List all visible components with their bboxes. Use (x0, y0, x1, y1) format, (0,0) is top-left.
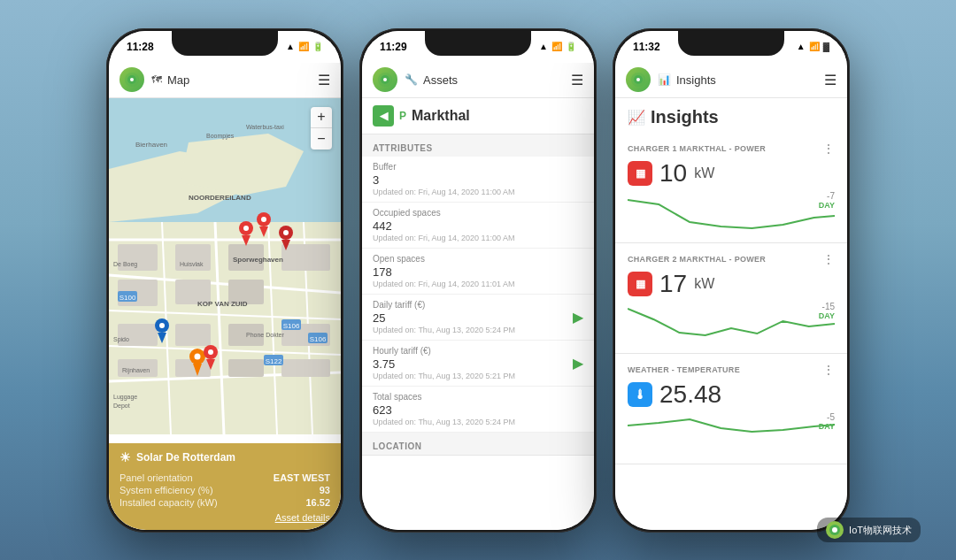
capacity-value: 16.52 (305, 497, 330, 508)
svg-text:Boompjes: Boompjes (206, 133, 235, 140)
svg-point-73 (383, 78, 387, 81)
insight-chart-2: -5 DAY (628, 412, 835, 455)
signal-icon-2: ▲ (539, 42, 548, 51)
back-label: P (399, 110, 406, 122)
capacity-label: Installed capacity (kW) (120, 497, 218, 508)
phone-assets: 11:29 ▲ 📶 🔋 🔧 Assets ☰ (359, 28, 597, 533)
svg-text:KOP VAN ZUID: KOP VAN ZUID (197, 300, 248, 308)
nav-title-1: Map (167, 73, 189, 87)
attr-name-0: Buffer (373, 162, 583, 172)
insight-card-menu-0[interactable]: ⋮ (822, 142, 835, 156)
excel-icon-0: ▦ (636, 167, 645, 180)
attr-value-3: 25 (373, 311, 583, 325)
svg-text:Huisvlak: Huisvlak (180, 261, 204, 267)
insights-title-text: Insights (651, 107, 719, 127)
charger2-icon: ▦ (628, 272, 652, 296)
svg-text:Bierhaven: Bierhaven (135, 141, 167, 149)
attr-updated-2: Updated on: Fri, Aug 14, 2020 11:01 AM (373, 280, 583, 288)
signal-icon: ▲ (286, 42, 295, 51)
chart-period-1: DAY (819, 311, 835, 320)
attr-updated-0: Updated on: Fri, Aug 14, 2020 11:00 AM (373, 188, 583, 196)
assets-header: ◀ P Markthal (362, 98, 594, 134)
insight-unit-1: kW (694, 276, 714, 292)
svg-rect-30 (228, 359, 264, 377)
back-button[interactable]: ◀ (373, 105, 394, 127)
status-icons-3: ▲ 📶 ▓ (797, 42, 829, 51)
app-logo-1 (120, 67, 144, 92)
menu-icon-1[interactable]: ☰ (318, 72, 330, 88)
orientation-value: EAST WEST (274, 472, 330, 483)
svg-text:Sporweghaven: Sporweghaven (233, 256, 283, 264)
place-title: Markthal (412, 108, 470, 124)
zoom-out-button[interactable]: − (311, 128, 332, 150)
attr-item-2: Open spaces 178 Updated on: Fri, Aug 14,… (362, 249, 594, 295)
notch-3 (678, 31, 784, 56)
insight-card-header-0: CHARGER 1 MARKTHAL - POWER ⋮ (628, 142, 835, 156)
attr-name-5: Total spaces (373, 392, 583, 402)
attr-arrow-3[interactable]: ▶ (573, 309, 583, 326)
insight-value-2: 25.48 (659, 380, 721, 409)
assets-screen: ◀ P Markthal ATTRIBUTES Buffer 3 Updated… (362, 98, 594, 530)
charger1-icon: ▦ (628, 161, 652, 186)
svg-rect-24 (118, 324, 158, 346)
assets-nav-icon: 🔧 (405, 73, 418, 86)
insights-page-title: 📈 Insights (615, 98, 847, 133)
info-table: Panel orientation EAST WEST System effic… (120, 472, 330, 509)
insight-card-0: CHARGER 1 MARKTHAL - POWER ⋮ ▦ 10 kW (615, 133, 847, 243)
attr-value-2: 178 (373, 265, 583, 279)
attr-updated-4: Updated on: Thu, Aug 13, 2020 5:21 PM (373, 372, 583, 380)
insight-unit-0: kW (694, 165, 714, 181)
back-icon: ◀ (380, 110, 388, 122)
phones-container: 11:28 ▲ 📶 🔋 🗺 Map ☰ (0, 0, 956, 560)
map-svg: Bierhaven Boompjes Waterbus-taxi NOORDER… (109, 98, 341, 434)
nav-title-area-1: 🗺 Map (151, 73, 311, 87)
sun-icon: ☀ (120, 450, 131, 464)
svg-point-78 (832, 527, 837, 533)
svg-point-64 (159, 323, 165, 328)
menu-icon-2[interactable]: ☰ (571, 72, 583, 88)
wifi-icon-3: 📶 (809, 42, 820, 51)
watermark-text: IoT物联网技术 (849, 524, 912, 537)
zoom-in-button[interactable]: + (311, 107, 332, 128)
chart-meta-0: -7 DAY (819, 191, 835, 210)
status-icons-2: ▲ 📶 🔋 (539, 42, 576, 51)
attr-value-0: 3 (373, 173, 583, 187)
attr-item-0: Buffer 3 Updated on: Fri, Aug 14, 2020 1… (362, 157, 594, 203)
asset-details-link[interactable]: Asset details (120, 512, 330, 523)
svg-text:De Boeg: De Boeg (113, 261, 137, 268)
insight-card-title-0: CHARGER 1 MARKTHAL - POWER (628, 144, 766, 153)
notch-2 (425, 31, 531, 56)
svg-rect-25 (175, 324, 211, 346)
svg-point-76 (636, 78, 640, 81)
chart-period-2: DAY (819, 422, 835, 431)
map-zoom-controls[interactable]: + − (311, 107, 332, 150)
insight-value-row-0: ▦ 10 kW (628, 159, 835, 188)
svg-point-58 (261, 217, 266, 222)
battery-icon-2: 🔋 (566, 42, 576, 51)
svg-text:NOORDEREILAND: NOORDEREILAND (189, 194, 251, 202)
attr-arrow-4[interactable]: ▶ (573, 355, 583, 372)
chart-delta-1: -15 (819, 302, 835, 311)
asset-name: Solar De Rotterdam (136, 451, 235, 464)
status-icons-1: ▲ 📶 🔋 (286, 42, 323, 51)
svg-point-67 (195, 353, 201, 359)
map-info-panel: ☀ Solar De Rotterdam Panel orientation E… (109, 443, 341, 530)
svg-text:Rijnhaven: Rijnhaven (122, 367, 150, 374)
svg-marker-6 (180, 134, 304, 196)
svg-point-55 (243, 226, 249, 231)
attr-name-3: Daily tariff (€) (373, 300, 583, 310)
attr-item-3: Daily tariff (€) 25 Updated on: Thu, Aug… (362, 295, 594, 341)
menu-icon-3[interactable]: ☰ (824, 72, 836, 88)
svg-text:Phone Dokter: Phone Dokter (246, 332, 284, 338)
map-nav-icon: 🗺 (151, 73, 162, 86)
efficiency-value: 93 (320, 485, 330, 495)
map-screen: Bierhaven Boompjes Waterbus-taxi NOORDER… (109, 98, 341, 530)
attr-item-4: Hourly tariff (€) 3.75 Updated on: Thu, … (362, 341, 594, 387)
nav-bar-3: 📊 Insights ☰ (615, 63, 847, 98)
attr-updated-1: Updated on: Fri, Aug 14, 2020 11:00 AM (373, 234, 583, 242)
insights-nav-icon: 📊 (658, 73, 671, 86)
insight-card-menu-2[interactable]: ⋮ (822, 363, 835, 377)
insight-card-menu-1[interactable]: ⋮ (822, 252, 835, 266)
phone-map: 11:28 ▲ 📶 🔋 🗺 Map ☰ (106, 28, 343, 533)
map-container[interactable]: Bierhaven Boompjes Waterbus-taxi NOORDER… (109, 98, 341, 434)
